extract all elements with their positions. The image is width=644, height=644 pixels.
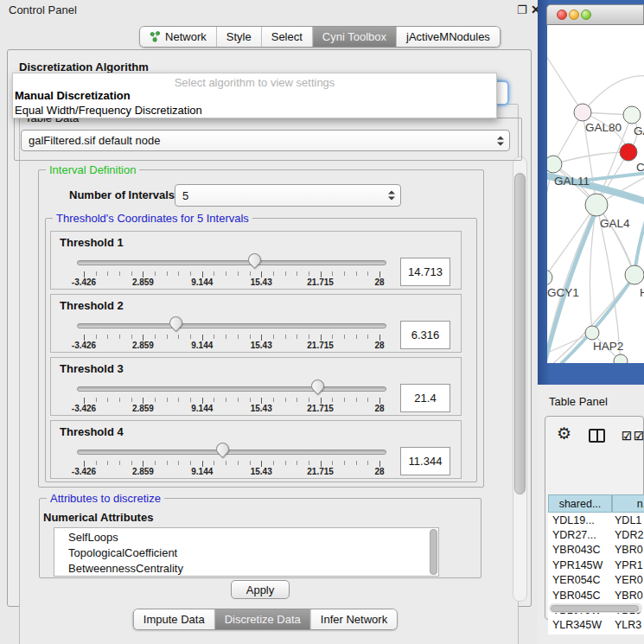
threshold-label: Threshold 2 bbox=[60, 299, 124, 312]
table-row[interactable]: YDL19...YDL1 bbox=[548, 513, 644, 527]
tick-label: 2.859 bbox=[132, 277, 154, 287]
tick-mark bbox=[84, 335, 85, 341]
cell-name: YDR2 bbox=[610, 529, 644, 541]
cell-name: YDL1 bbox=[610, 514, 644, 526]
tick-mark bbox=[167, 398, 168, 402]
tab-label: jActiveMNodules bbox=[406, 30, 490, 43]
slider-thumb[interactable] bbox=[214, 440, 232, 458]
slider-track[interactable] bbox=[77, 323, 386, 328]
dropdown-hint: Select algorithm to view settings bbox=[13, 73, 496, 89]
bottom-tab-bar: Impute DataDiscretize DataInfer Network bbox=[133, 609, 398, 630]
columns-icon[interactable] bbox=[589, 429, 605, 443]
float-icon[interactable]: ❐ bbox=[517, 3, 527, 16]
tick-label: 2.859 bbox=[132, 404, 154, 413]
cell-name: YBR0 bbox=[610, 590, 644, 602]
table-body: YDL19...YDL1YDR27...YDR2YBR043CYBR0YPR14… bbox=[548, 513, 644, 634]
slider-track[interactable] bbox=[77, 260, 386, 265]
table-row[interactable]: YBR043CYBR0 bbox=[548, 543, 644, 558]
tick-mark bbox=[155, 271, 156, 276]
close-traffic-light-icon[interactable] bbox=[557, 10, 567, 20]
tick-mark bbox=[119, 398, 120, 402]
tick-mark bbox=[226, 398, 226, 402]
slider-thumb[interactable] bbox=[166, 314, 184, 332]
slider-track[interactable] bbox=[77, 450, 386, 455]
tick-mark bbox=[261, 398, 262, 404]
slider-thumb[interactable] bbox=[309, 377, 327, 395]
threshold-value-field[interactable]: 14.713 bbox=[400, 258, 450, 286]
app-root: Control Panel ❐ ✕ NetworkStyleSelectCyni… bbox=[0, 0, 644, 644]
tick-mark bbox=[321, 271, 322, 277]
network-canvas[interactable] bbox=[547, 25, 644, 363]
gear-icon[interactable]: ⚙ bbox=[557, 425, 571, 442]
threshold-value-field[interactable]: 11.344 bbox=[400, 447, 450, 475]
threshold-value-field[interactable]: 6.316 bbox=[400, 321, 450, 349]
interval-definition-title: Interval Definition bbox=[46, 163, 139, 176]
attributes-scrollbar[interactable] bbox=[430, 529, 437, 575]
tick-mark bbox=[214, 461, 214, 465]
num-intervals-combobox[interactable]: 5 bbox=[175, 184, 401, 207]
network-window-titlebar[interactable] bbox=[546, 4, 644, 25]
table-data-combobox[interactable]: galFiltered.sif default node bbox=[21, 130, 510, 151]
table-row[interactable]: YDR27...YDR2 bbox=[548, 527, 644, 542]
tab-cyni-toolbox[interactable]: Cyni Toolbox bbox=[313, 27, 397, 47]
cell-name: YBR0 bbox=[610, 544, 644, 556]
column-header-name[interactable]: n... bbox=[612, 494, 644, 513]
threshold-value-field[interactable]: 21.4 bbox=[400, 384, 450, 412]
panel-scrollbar-thumb[interactable] bbox=[514, 173, 526, 494]
tick-mark bbox=[167, 461, 168, 465]
list-item[interactable]: SelfLoops bbox=[68, 530, 438, 545]
column-header-shared-name[interactable]: shared... bbox=[548, 494, 612, 513]
tab-style[interactable]: Style bbox=[217, 27, 262, 47]
tick-mark bbox=[84, 271, 85, 277]
table-row[interactable]: YER054CYER0 bbox=[548, 573, 644, 588]
table-row[interactable]: YIL052CYIL0 bbox=[548, 633, 644, 634]
tick-mark bbox=[155, 335, 156, 339]
cell-shared-name: YDR27... bbox=[548, 529, 610, 541]
panel-title: Control Panel bbox=[9, 3, 77, 16]
tick-label: 21.715 bbox=[307, 467, 334, 476]
tab-impute-data[interactable]: Impute Data bbox=[134, 609, 215, 629]
table-row[interactable]: YBR045CYBR0 bbox=[548, 588, 644, 603]
tick-mark bbox=[190, 271, 191, 276]
tick-mark bbox=[107, 271, 108, 276]
table-hscrollbar-thumb[interactable] bbox=[551, 605, 639, 612]
apply-button[interactable]: Apply bbox=[231, 580, 290, 599]
minimize-traffic-light-icon[interactable] bbox=[569, 10, 579, 20]
dropdown-option-equal-width[interactable]: Equal Width/Frequency Discretization bbox=[13, 104, 496, 118]
tick-label: 28 bbox=[374, 277, 384, 287]
checkbox-icon[interactable]: ☑ bbox=[634, 430, 644, 443]
list-item[interactable]: TopologicalCoefficient bbox=[68, 545, 438, 561]
tick-mark bbox=[250, 398, 251, 402]
dropdown-option-manual[interactable]: Manual Discretization bbox=[13, 89, 496, 104]
tab-select[interactable]: Select bbox=[262, 27, 313, 47]
tick-mark bbox=[107, 335, 108, 339]
panel-scrollbar[interactable] bbox=[513, 156, 527, 602]
tick-label: 15.43 bbox=[251, 277, 272, 287]
tick-mark bbox=[214, 398, 214, 402]
checkbox-icon[interactable]: ☑ bbox=[622, 430, 632, 443]
tick-label: 28 bbox=[374, 404, 384, 413]
tick-label: -3.426 bbox=[72, 277, 96, 287]
tab-discretize-data[interactable]: Discretize Data bbox=[215, 609, 311, 629]
tick-mark bbox=[84, 461, 85, 467]
zoom-traffic-light-icon[interactable] bbox=[581, 10, 591, 20]
table-hscrollbar[interactable] bbox=[549, 603, 642, 613]
tick-mark bbox=[131, 461, 132, 465]
tick-mark bbox=[367, 398, 368, 402]
tick-mark bbox=[250, 461, 251, 465]
tick-mark bbox=[226, 271, 226, 276]
tab-infer-network[interactable]: Infer Network bbox=[311, 609, 397, 629]
list-item[interactable]: BetweennessCentrality bbox=[68, 561, 438, 577]
tick-mark bbox=[285, 398, 286, 402]
tab-jactivemnodules[interactable]: jActiveMNodules bbox=[397, 27, 500, 47]
table-row[interactable]: YLR345WYLR3 bbox=[548, 618, 644, 633]
cell-shared-name: YER054C bbox=[548, 574, 610, 586]
tab-network[interactable]: Network bbox=[140, 27, 217, 47]
tab-label: Network bbox=[165, 30, 207, 43]
tick-mark bbox=[379, 461, 380, 467]
tick-mark bbox=[356, 271, 357, 276]
slider-track[interactable] bbox=[77, 386, 386, 392]
tick-mark bbox=[273, 398, 274, 402]
slider-thumb[interactable] bbox=[245, 251, 264, 269]
table-row[interactable]: YPR145WYPR1 bbox=[548, 558, 644, 572]
